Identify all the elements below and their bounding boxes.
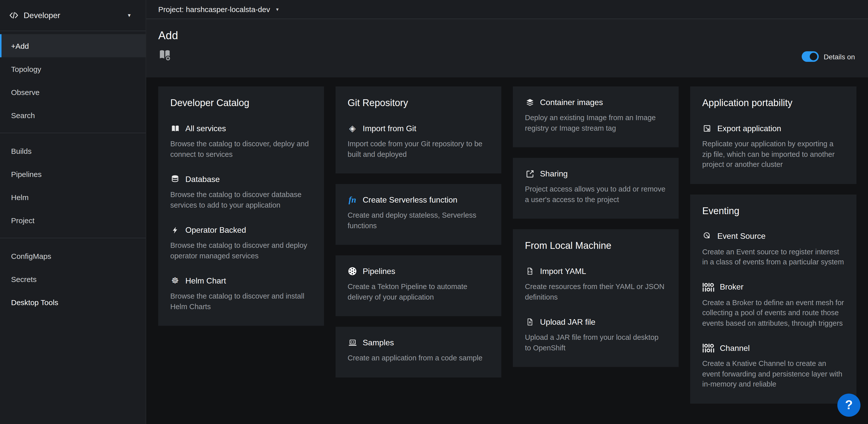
card-git-repository: Git Repository ◈ Import from Git Import … [336,86,501,173]
file-code-icon [525,266,534,276]
item-helm-chart[interactable]: ☸ Helm Chart Browse the catalog to disco… [170,276,312,312]
project-bar: Project: harshcasper-localsta-dev ▾ [146,0,868,19]
card-title: Eventing [702,205,844,217]
item-export-application[interactable]: Export application Replicate your applic… [702,124,844,170]
item-samples[interactable]: Samples Create an application from a cod… [348,338,489,363]
database-icon [170,174,180,184]
git-icon: ◈ [348,124,357,133]
item-create-serverless-function[interactable]: fn Create Serverless function Create and… [348,195,489,231]
sidebar-item-project[interactable]: Project [0,208,146,232]
sidebar-item-desktop-tools[interactable]: Desktop Tools [0,290,146,314]
card-column-2: Git Repository ◈ Import from Git Import … [336,86,501,377]
book-icon [170,124,180,133]
sidebar-divider [0,238,146,238]
item-import-yaml[interactable]: Import YAML Create resources from their … [525,266,666,302]
sidebar-item-add[interactable]: +Add [0,34,146,57]
details-toggle-label: Details on [824,53,855,61]
project-dropdown[interactable]: Project: harshcasper-localsta-dev [158,5,270,13]
quick-start-button[interactable] [158,48,171,61]
sidebar-item-observe[interactable]: Observe [0,80,146,104]
item-broker[interactable]: Broker Create a Broker to define an even… [702,282,844,328]
binary-icon [702,282,714,292]
item-event-source[interactable]: Event Source Create an Event source to r… [702,231,844,267]
card-samples: Samples Create an application from a cod… [336,327,501,377]
card-column-1: Developer Catalog All services Browse th… [158,86,324,326]
card-title: Developer Catalog [170,97,312,109]
card-pipelines: Pipelines Create a Tekton Pipeline to au… [336,255,501,316]
sidebar-divider [0,133,146,133]
sidebar: Developer ▾ +Add Topology Observe Search… [0,0,146,424]
card-column-4: Application portability Export applicati… [690,86,857,403]
card-title: Git Repository [348,97,489,109]
layers-icon [525,97,534,107]
export-icon [702,124,712,133]
sidebar-item-configmaps[interactable]: ConfigMaps [0,244,146,267]
help-button[interactable]: ? [837,393,861,417]
item-all-services[interactable]: All services Browse the catalog to disco… [170,124,312,159]
card-title: From Local Machine [525,240,666,251]
details-toggle-group: Details on [801,51,855,62]
add-page-content: Developer Catalog All services Browse th… [146,77,868,424]
card-container-images: Container images Deploy an existing Imag… [513,86,679,147]
card-eventing: Eventing Event Source Create an Event so… [690,194,857,403]
item-container-images[interactable]: Container images Deploy an existing Imag… [525,97,666,133]
sidebar-item-builds[interactable]: Builds [0,139,146,162]
perspective-switcher[interactable]: Developer ▾ [0,0,146,31]
laptop-code-icon [348,338,357,347]
item-pipelines[interactable]: Pipelines Create a Tekton Pipeline to au… [348,266,489,302]
file-upload-icon [525,317,534,327]
sidebar-item-helm[interactable]: Helm [0,186,146,208]
page-header: Add Details on [146,19,868,77]
sidebar-item-search[interactable]: Search [0,104,146,127]
page-title: Add [158,29,855,42]
event-source-icon [702,231,712,241]
card-title: Application portability [702,97,844,109]
chevron-down-icon: ▾ [128,12,131,19]
card-application-portability: Application portability Export applicati… [690,86,857,184]
code-icon [9,10,19,20]
binary-icon [702,343,714,353]
item-operator-backed[interactable]: Operator Backed Browse the catalog to di… [170,225,312,261]
item-channel[interactable]: Channel Create a Knative Channel to crea… [702,343,844,389]
toggle-knob [809,53,817,60]
sidebar-item-pipelines[interactable]: Pipelines [0,162,146,186]
share-icon [525,169,534,178]
bolt-icon [170,225,180,235]
main-area: Project: harshcasper-localsta-dev ▾ Add … [146,0,868,424]
sidebar-item-topology[interactable]: Topology [0,57,146,80]
card-column-3: Container images Deploy an existing Imag… [513,86,679,367]
details-toggle[interactable] [801,51,818,62]
item-import-from-git[interactable]: ◈ Import from Git Import code from your … [348,124,489,159]
card-from-local-machine: From Local Machine Import YAML Create re… [513,229,679,367]
function-icon: fn [348,195,357,205]
question-mark-icon: ? [845,398,853,412]
sidebar-nav: +Add Topology Observe Search Builds Pipe… [0,31,146,314]
sidebar-item-secrets[interactable]: Secrets [0,267,146,290]
console-window: Developer ▾ +Add Topology Observe Search… [0,0,868,424]
perspective-label: Developer [24,11,60,20]
card-developer-catalog: Developer Catalog All services Browse th… [158,86,324,326]
card-serverless-function: fn Create Serverless function Create and… [336,184,501,245]
chevron-down-icon: ▾ [276,6,279,12]
card-sharing: Sharing Project access allows you to add… [513,158,679,219]
tekton-pipelines-icon [348,266,357,276]
item-sharing[interactable]: Sharing Project access allows you to add… [525,169,666,205]
item-database[interactable]: Database Browse the catalog to discover … [170,174,312,210]
book-plus-icon [158,48,171,61]
helm-icon: ☸ [170,276,180,285]
item-upload-jar-file[interactable]: Upload JAR file Upload a JAR file from y… [525,317,666,353]
